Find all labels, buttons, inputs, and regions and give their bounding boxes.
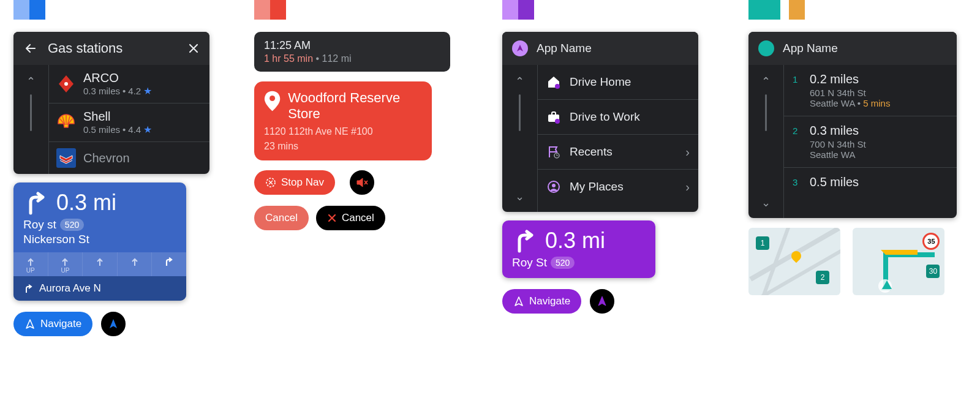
result-row[interactable]: 2 0.3 miles 700 N 34th St Seattle WA [784,116,957,168]
turn-right-icon [512,228,538,254]
navigate-icon [24,318,36,329]
svg-point-6 [555,119,560,124]
color-tabs-purple [502,0,698,20]
turn-by-turn-card: 0.3 mi Roy St520 [502,220,655,278]
close-icon[interactable] [187,42,200,55]
navigate-filled-icon [107,318,119,330]
map-pin: 1 [756,236,769,250]
stop-nav-icon [265,177,276,188]
list-item[interactable]: Shell 0.5 miles • 4.4★ [49,103,209,142]
navigate-filled-icon [596,295,608,307]
scroll-down-icon[interactable]: ⌄ [515,187,524,206]
stop-nav-button[interactable]: Stop Nav [254,170,335,195]
turn-right-icon [23,190,49,216]
svg-rect-1 [56,148,76,168]
scroll-up-icon[interactable]: ⌃ [761,72,771,91]
mute-button[interactable] [349,169,375,196]
map-pin: 2 [816,271,829,284]
map-pin: 30 [926,265,940,278]
nav-distance: 0.3 mi [56,190,116,216]
result-name: Shell [83,110,152,124]
back-arrow-icon[interactable] [23,41,38,56]
cancel-outline-button[interactable]: Cancel [315,205,386,231]
result-row[interactable]: 1 0.2 miles 601 N 34th St Seattle WA • 5… [784,65,957,116]
clock-time: 11:25 AM [264,39,440,52]
svg-point-2 [270,96,275,101]
list-item[interactable]: Chevron [49,142,209,174]
result-row[interactable]: 3 0.5 miles [784,168,957,197]
color-tabs-teal [748,0,957,20]
navigate-icon [513,296,524,307]
shell-logo-icon [56,113,76,132]
nav-street: Nickerson St [23,233,176,246]
pin-icon [264,90,281,112]
app-icon [758,40,774,56]
chevron-right-icon: › [685,145,690,159]
eta-text: 1 hr 55 min [264,53,313,64]
svg-point-9 [552,184,556,187]
chevron-logo-icon [56,148,76,168]
color-tabs-blue [13,0,209,20]
header-title: Gas stations [48,40,187,56]
next-step: Aurora Ave N [13,276,186,301]
star-icon: ★ [143,124,152,135]
app-name: App Name [537,42,592,55]
chevron-right-icon: › [685,180,690,194]
menu-item-places[interactable]: My Places › [538,170,698,204]
lane-guidance: UP UP [13,252,186,276]
person-pin-icon [546,179,561,194]
navigate-button[interactable]: Navigate [502,289,581,314]
scroll-column[interactable]: ⌃ ⌄ [502,65,538,212]
route-badge: 520 [60,219,84,231]
status-card: 11:25 AM 1 hr 55 min • 112 mi [254,32,450,72]
star-icon: ★ [143,85,152,97]
destination-name: Woodford Reserve Store [288,90,422,122]
menu-item-home[interactable]: Drive Home [538,65,698,100]
scroll-up-icon[interactable]: ⌃ [26,72,36,91]
navigate-button[interactable]: Navigate [13,312,92,336]
cancel-button[interactable]: Cancel [254,206,309,230]
app-name: App Name [783,42,838,55]
speed-limit-sign: 35 [922,233,940,250]
route-badge: 520 [551,257,575,269]
scroll-track[interactable] [30,94,32,131]
app-menu-card: App Name ⌃ ⌄ Drive Home Drive to Work [502,32,698,212]
search-results-card: Gas stations ⌃ ARCO 0.3 miles • 4.2★ [13,32,209,174]
turn-by-turn-card: 0.3 mi Roy st520 Nickerson St UP UP Auro… [13,182,186,301]
scroll-column[interactable]: ⌃ ⌄ [748,65,784,218]
list-item[interactable]: ARCO 0.3 miles • 4.2★ [49,65,209,103]
destination-card[interactable]: Woodford Reserve Store 1120 112th Ave NE… [254,81,432,160]
flag-icon [546,145,561,159]
nav-distance: 0.3 mi [545,228,605,254]
briefcase-icon [546,110,561,124]
scroll-up-icon[interactable]: ⌃ [515,72,524,91]
mute-icon [355,176,369,189]
recenter-button[interactable] [589,288,616,315]
map-thumbnail[interactable]: 35 30 [853,228,944,295]
results-card: App Name ⌃ ⌄ 1 0.2 miles 601 N 34th St S… [748,32,957,218]
app-icon [512,40,528,56]
recenter-button[interactable] [100,310,127,337]
menu-item-recents[interactable]: Recents › [538,135,698,170]
scroll-column[interactable]: ⌃ [13,65,49,174]
destination-eta: 23 mins [264,141,422,152]
result-name: ARCO [83,71,152,85]
result-name: Chevron [83,151,130,165]
svg-point-0 [64,82,68,86]
arco-logo-icon [56,74,76,94]
destination-address: 1120 112th Ave NE #100 [264,126,422,137]
svg-point-4 [555,84,560,89]
menu-item-work[interactable]: Drive to Work [538,100,698,135]
home-icon [546,75,561,89]
color-tabs-red [254,0,456,20]
turn-right-small-icon [23,283,34,294]
x-icon [327,213,337,223]
scroll-down-icon[interactable]: ⌄ [761,194,771,212]
map-thumbnail[interactable]: 1 2 [748,228,840,295]
trip-distance: 112 mi [322,53,352,64]
